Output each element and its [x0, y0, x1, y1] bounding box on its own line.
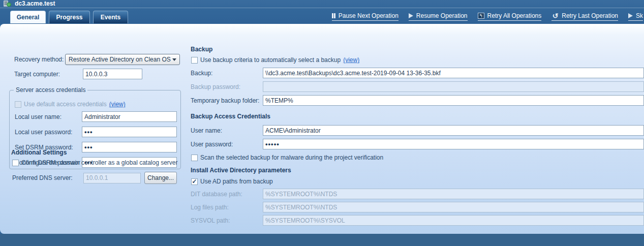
dit-database-path-input [263, 189, 644, 199]
local-user-password-input[interactable] [82, 127, 177, 137]
backup-user-password-row: User password: [191, 139, 644, 149]
global-catalog-checkbox[interactable] [12, 160, 19, 166]
additional-settings-heading: Additional Settings [11, 149, 67, 156]
set-dsrm-password-input[interactable] [82, 142, 177, 152]
preferred-dns-row: Preferred DNS server: Change... [12, 172, 178, 184]
recovery-method-value: Restore Active Directory on Clean OS [69, 56, 171, 63]
recovery-method-label: Recovery method: [14, 56, 65, 63]
local-user-password-label: Local user password: [15, 129, 82, 136]
sysvol-path-label: SYSVOL path: [191, 217, 263, 224]
use-default-credentials-row: Use default access credentials (view) [15, 101, 126, 108]
log-files-path-input [263, 202, 644, 212]
log-files-path-label: Log files path: [191, 204, 263, 211]
use-ad-paths-checkbox[interactable] [191, 178, 198, 185]
global-catalog-label: Configure the domain controller as a glo… [21, 159, 178, 166]
preferred-dns-input [83, 173, 141, 183]
global-catalog-row: Configure the domain controller as a glo… [12, 159, 178, 166]
tab-general[interactable]: General [10, 11, 46, 23]
pause-next-operation-button[interactable]: Pause Next Operation [332, 12, 398, 21]
local-user-name-row: Local user name: [15, 111, 177, 122]
use-default-credentials-checkbox[interactable] [15, 101, 21, 108]
local-user-name-label: Local user name: [15, 113, 82, 120]
scan-malware-label: Scan the selected backup for malware dur… [200, 154, 383, 161]
use-ad-paths-label: Use AD paths from backup [200, 178, 273, 185]
target-computer-label: Target computer: [14, 71, 83, 78]
general-tab-panel: Recovery method: Restore Active Director… [0, 24, 644, 234]
backup-access-credentials-heading: Backup Access Credentials [191, 113, 270, 120]
title-bar: dc3.acme.test [0, 0, 644, 8]
use-default-credentials-label: Use default access credentials [24, 101, 107, 108]
retry-all-icon [478, 13, 484, 19]
window-header: dc3.acme.test General Progress Events Pa… [0, 0, 644, 24]
tab-progress[interactable]: Progress [49, 11, 90, 23]
backup-label: Backup: [191, 70, 263, 77]
sysvol-path-row: SYSVOL path: [191, 215, 644, 226]
server-access-credentials-group: Server access credentials Use default ac… [9, 86, 181, 169]
recovery-method-dropdown[interactable]: Restore Active Directory on Clean OS [65, 54, 180, 65]
window-title: dc3.acme.test [15, 0, 55, 8]
backup-criteria-label: Use backup criteria to automatically sel… [200, 56, 341, 64]
operations-toolbar: Pause Next Operation Resume Operation Re… [332, 12, 643, 21]
backup-path-input[interactable] [263, 68, 644, 78]
domain-controller-icon [4, 1, 11, 7]
dit-database-path-label: DIT database path: [191, 191, 263, 198]
retry-last-operation-button[interactable]: Retry Last Operation [551, 12, 618, 21]
backup-user-name-row: User name: [191, 125, 644, 136]
change-dns-button[interactable]: Change... [144, 172, 177, 184]
backup-user-password-input[interactable] [263, 139, 644, 149]
titlebar-separator [0, 8, 644, 8]
tab-strip: General Progress Events [10, 11, 128, 23]
sysvol-path-input [263, 215, 644, 226]
view-backup-criteria-link[interactable]: (view) [343, 56, 359, 64]
backup-user-name-label: User name: [191, 127, 263, 134]
play-icon [409, 13, 413, 18]
backup-heading: Backup [191, 46, 212, 53]
preferred-dns-label: Preferred DNS server: [12, 174, 83, 181]
scan-malware-row: Scan the selected backup for malware dur… [191, 154, 383, 161]
scan-malware-checkbox[interactable] [191, 155, 198, 161]
backup-criteria-row: Use backup criteria to automatically sel… [191, 56, 359, 64]
temporary-backup-folder-input[interactable] [263, 95, 644, 106]
log-files-path-row: Log files path: [191, 202, 644, 212]
local-user-name-input[interactable] [82, 111, 177, 122]
retry-all-operations-button[interactable]: Retry All Operations [478, 12, 542, 21]
dit-database-path-row: DIT database path: [191, 189, 644, 199]
server-access-credentials-title: Server access credentials [14, 86, 87, 94]
backup-row: Backup: [191, 68, 644, 78]
backup-user-password-label: User password: [191, 141, 263, 148]
backup-password-label: Backup password: [191, 83, 263, 90]
backup-password-row: Backup password: [191, 81, 644, 92]
target-computer-row: Target computer: [14, 69, 180, 79]
use-ad-paths-row: Use AD paths from backup [191, 178, 273, 185]
install-ad-parameters-heading: Install Active Directory parameters [191, 167, 291, 174]
local-user-password-row: Local user password: [15, 127, 177, 137]
skip-icon [628, 13, 633, 18]
bottom-status-bar [0, 234, 644, 246]
tab-events[interactable]: Events [93, 11, 128, 23]
retry-last-icon [551, 12, 559, 19]
backup-password-input [263, 81, 644, 92]
skip-operation-button[interactable]: Sk [628, 12, 643, 21]
view-default-credentials-link[interactable]: (view) [109, 101, 126, 108]
target-computer-input[interactable] [83, 69, 142, 79]
backup-criteria-checkbox[interactable] [191, 57, 198, 64]
backup-user-name-input[interactable] [263, 125, 644, 136]
temporary-backup-folder-row: Temporary backup folder: [191, 95, 644, 106]
chevron-down-icon [172, 58, 176, 61]
pause-icon [332, 13, 335, 18]
recovery-method-row: Recovery method: Restore Active Director… [14, 54, 180, 65]
temporary-backup-folder-label: Temporary backup folder: [191, 97, 263, 104]
resume-operation-button[interactable]: Resume Operation [409, 12, 468, 21]
